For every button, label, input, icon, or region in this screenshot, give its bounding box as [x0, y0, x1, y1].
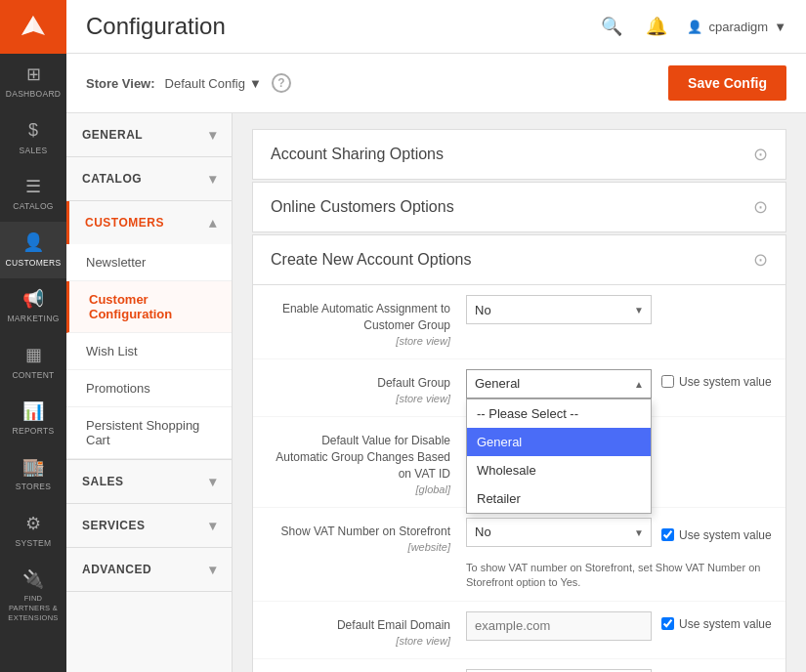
nav-item-customer-config[interactable]: CustomerConfiguration	[66, 281, 232, 333]
store-view-value: Default Config	[165, 76, 245, 91]
sidebar-item-stores[interactable]: 🏬 STORES	[0, 446, 66, 502]
online-customers-section[interactable]: Online Customers Options ⊙	[252, 182, 786, 232]
notifications-button[interactable]: 🔔	[642, 12, 671, 41]
sales-icon: $	[28, 119, 38, 142]
dropdown-option-please-select[interactable]: -- Please Select --	[467, 399, 651, 428]
nav-advanced-chevron: ▾	[209, 562, 217, 577]
nav-services-chevron: ▾	[209, 518, 217, 533]
sidebar-item-content[interactable]: ▦ CONTENT	[0, 334, 66, 390]
account-sharing-section[interactable]: Account Sharing Options ⊙	[252, 129, 786, 180]
default-group-use-system-checkbox[interactable]	[661, 375, 674, 388]
create-account-title: Create New Account Options	[271, 251, 471, 269]
default-group-control: -- Please Select -- General Wholesale Re…	[466, 369, 772, 399]
sidebar-item-label: REPORTS	[12, 426, 54, 437]
default-email-sublabel: [store view]	[271, 634, 450, 649]
nav-item-promotions[interactable]: Promotions	[66, 370, 232, 407]
sidebar-item-label: SALES	[20, 146, 48, 156]
main-content: Configuration 🔍 🔔 👤 cparadigm ▼ Store Vi…	[66, 0, 806, 672]
dropdown-option-wholesale[interactable]: Wholesale	[467, 456, 651, 484]
sidebar-item-reports[interactable]: 📊 REPORTS	[0, 391, 66, 446]
nav-section-customers: CUSTOMERS ▴ Newsletter CustomerConfigura…	[66, 201, 232, 460]
nav-section-services: SERVICES ▾	[66, 504, 232, 548]
sidebar-item-sales[interactable]: $ SALES	[0, 109, 66, 165]
nav-customers-label: CUSTOMERS	[85, 216, 164, 230]
nav-sales-label: SALES	[82, 475, 124, 488]
form-row-default-welcome: Default Welcome Email [store view] New A…	[253, 659, 785, 672]
form-row-enable-automatic: Enable Automatic Assignment to Customer …	[253, 285, 785, 359]
show-vat-control: No Yes Use system value To show VAT numb…	[466, 518, 772, 591]
create-account-header[interactable]: Create New Account Options ⊙	[253, 235, 785, 285]
show-vat-sublabel: [website]	[271, 540, 450, 555]
sidebar-item-label: MARKETING	[7, 314, 59, 324]
default-group-label: Default Group [store view]	[271, 369, 466, 406]
sidebar-item-system[interactable]: ⚙ SYSTEM	[0, 503, 66, 559]
enable-automatic-select[interactable]: No Yes	[466, 295, 652, 324]
default-group-select-wrapper: -- Please Select -- General Wholesale Re…	[466, 369, 652, 399]
default-email-use-system-label: Use system value	[679, 617, 772, 631]
search-button[interactable]: 🔍	[597, 12, 626, 41]
show-vat-select[interactable]: No Yes	[466, 518, 652, 547]
nav-sales-header[interactable]: SALES ▾	[66, 460, 232, 503]
content-icon: ▦	[25, 344, 42, 366]
form-row-show-vat: Show VAT Number on Storefront [website] …	[253, 508, 785, 602]
account-sharing-title: Account Sharing Options	[271, 146, 444, 163]
sidebar-item-label: SYSTEM	[16, 538, 52, 549]
enable-automatic-sublabel: [store view]	[271, 334, 450, 349]
default-group-dropdown-wrapper: -- Please Select -- General Wholesale Re…	[466, 369, 652, 399]
sidebar-item-dashboard[interactable]: ⊞ DASHBOARD	[0, 54, 66, 109]
right-panel: Account Sharing Options ⊙ Online Custome…	[233, 113, 806, 672]
disable-auto-label: Default Value for Disable Automatic Grou…	[271, 427, 466, 497]
marketing-icon: 📢	[22, 288, 44, 311]
nav-sales-chevron: ▾	[209, 474, 217, 489]
user-avatar-icon: 👤	[687, 20, 702, 34]
default-group-select[interactable]: -- Please Select -- General Wholesale Re…	[466, 369, 652, 399]
store-view-select[interactable]: Default Config ▼	[165, 76, 262, 91]
default-email-label: Default Email Domain [store view]	[271, 611, 466, 649]
sidebar-item-label: CUSTOMERS	[6, 258, 62, 269]
show-vat-use-system-checkbox[interactable]	[661, 528, 674, 541]
sidebar-item-extensions[interactable]: 🔌 FIND PARTNERS & EXTENSIONS	[0, 559, 66, 633]
create-account-section: Create New Account Options ⊙ Enable Auto…	[252, 234, 786, 672]
dropdown-option-general[interactable]: General	[467, 428, 651, 456]
nav-section-general: GENERAL ▾	[66, 113, 232, 157]
create-account-toggle: ⊙	[753, 249, 768, 271]
nav-customers-header[interactable]: CUSTOMERS ▴	[66, 201, 232, 244]
nav-section-sales: SALES ▾	[66, 460, 232, 504]
show-vat-label: Show VAT Number on Storefront [website]	[271, 518, 466, 555]
user-menu-chevron: ▼	[774, 20, 786, 34]
sidebar-item-marketing[interactable]: 📢 MARKETING	[0, 278, 66, 334]
sidebar-item-catalog[interactable]: ☰ CATALOG	[0, 166, 66, 222]
show-vat-select-wrapper: No Yes	[466, 518, 652, 547]
sidebar-logo[interactable]	[0, 0, 66, 54]
show-vat-info: To show VAT number on Storefront, set Sh…	[466, 561, 772, 591]
default-group-use-system: Use system value	[661, 369, 772, 389]
reports-icon: 📊	[22, 400, 44, 423]
nav-customers-chevron: ▴	[209, 215, 217, 231]
nav-services-header[interactable]: SERVICES ▾	[66, 504, 232, 547]
stores-icon: 🏬	[22, 456, 44, 479]
help-icon[interactable]: ?	[272, 73, 291, 93]
form-row-default-group: Default Group [store view] -- Please Sel…	[253, 359, 785, 417]
nav-advanced-header[interactable]: ADVANCED ▾	[66, 548, 232, 591]
nav-catalog-header[interactable]: CATALOG ▾	[66, 157, 232, 200]
dropdown-option-retailer[interactable]: Retailer	[467, 484, 651, 513]
sidebar-item-label: FIND PARTNERS & EXTENSIONS	[4, 594, 63, 622]
content-area: GENERAL ▾ CATALOG ▾ CUSTOMERS ▴ Newslett…	[66, 113, 806, 672]
store-view-left: Store View: Default Config ▼ ?	[86, 73, 291, 93]
nav-item-persistent-cart[interactable]: Persistent Shopping Cart	[66, 407, 232, 459]
default-email-input[interactable]	[466, 611, 652, 641]
nav-item-newsletter[interactable]: Newsletter	[66, 244, 232, 281]
sidebar-item-customers[interactable]: 👤 CUSTOMERS	[0, 222, 66, 277]
account-sharing-toggle: ⊙	[753, 144, 768, 165]
store-view-bar: Store View: Default Config ▼ ? Save Conf…	[66, 54, 806, 113]
user-menu[interactable]: 👤 cparadigm ▼	[687, 20, 786, 34]
nav-item-wish-list[interactable]: Wish List	[66, 333, 232, 370]
nav-catalog-chevron: ▾	[209, 171, 217, 187]
nav-general-label: GENERAL	[82, 128, 143, 142]
save-config-button[interactable]: Save Config	[668, 65, 786, 101]
sidebar-item-label: CATALOG	[13, 201, 53, 212]
nav-general-header[interactable]: GENERAL ▾	[66, 113, 232, 156]
left-nav: GENERAL ▾ CATALOG ▾ CUSTOMERS ▴ Newslett…	[66, 113, 233, 672]
default-email-use-system-checkbox[interactable]	[661, 617, 674, 630]
default-group-use-system-label: Use system value	[679, 375, 772, 389]
